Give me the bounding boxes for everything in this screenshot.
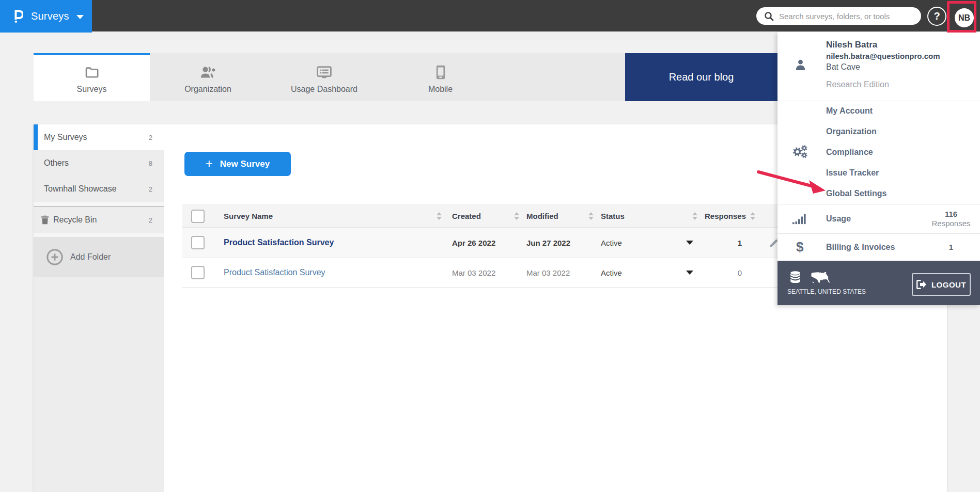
topbar: ? [0,0,980,31]
menu-item-label: Organization [826,127,877,136]
user-org: Bat Cave [826,62,860,72]
user-menu-panel: Nilesh Batra nilesh.batra@questionpro.co… [777,32,980,305]
help-question-icon: ? [934,10,940,22]
usage-bars-icon [792,213,807,225]
created-cell: Mar 03 2022 [452,268,495,277]
column-header: Modified [526,212,558,220]
folder-count: 2 [149,216,152,224]
sidebar-item-my-surveys[interactable]: My Surveys 2 [34,124,164,150]
responses-count[interactable]: 1 [705,239,754,247]
status-value: Active [601,268,622,277]
new-survey-button[interactable]: + New Survey [184,152,291,176]
sort-icon[interactable] [692,212,697,220]
sort-icon[interactable] [514,212,519,220]
logout-icon [916,280,927,289]
menu-item-my-account[interactable]: My Account [777,101,980,121]
folder-count: 8 [149,160,152,167]
tab-label: Usage Dashboard [291,85,357,94]
created-cell: Apr 26 2022 [452,239,495,247]
gears-icon [792,145,808,158]
annotation-highlight-box: NB [947,1,976,33]
chevron-down-icon [76,15,84,19]
responses-count[interactable]: 0 [705,268,754,277]
tab-label: Surveys [77,85,107,94]
search-icon [764,11,774,21]
menu-item-label: Billing & Invoices [826,243,895,252]
help-button[interactable]: ? [927,7,946,26]
status-dropdown-caret[interactable] [686,241,693,245]
survey-name-link[interactable]: Product Satisfaction Survey [224,238,334,247]
menu-item-label: Global Settings [826,189,886,198]
column-header: Survey Name [224,212,273,220]
select-all-checkbox[interactable] [191,210,205,223]
avatar-initials: NB [958,13,970,23]
folder-label: My Surveys [44,133,87,142]
tab-label: Organization [184,85,231,94]
column-header: Responses [705,212,746,220]
database-icon [790,271,801,283]
row-checkbox[interactable] [191,266,205,279]
folder-count: 2 [149,134,152,141]
menu-item-issue-tracker[interactable]: Issue Tracker [777,163,980,183]
folder-count: 2 [149,185,152,193]
person-add-icon [200,66,216,78]
menu-item-usage[interactable]: Usage 116Responses [777,204,980,233]
sidebar-item-townhall-showcase[interactable]: Townhall Showcase 2 [34,176,164,202]
read-blog-banner[interactable]: Read our blog [625,53,777,101]
tab-surveys[interactable]: Surveys [34,53,150,101]
menu-item-billing[interactable]: $ Billing & Invoices 1 [777,233,980,261]
module-tabs: Surveys Organization Usage Dashboard Mob… [34,53,777,101]
menu-item-label: My Account [826,106,873,116]
user-menu-list: My Account Organization Compliance Issue… [777,101,980,204]
survey-name-link[interactable]: Product Satisfaction Survey [224,268,325,277]
column-header: Status [601,212,625,220]
user-profile-block: Nilesh Batra nilesh.batra@questionpro.co… [777,32,980,101]
menu-item-organization[interactable]: Organization [777,121,980,142]
search-box [756,7,921,25]
menu-item-label: Usage [826,214,851,224]
datacenter-location: SEATTLE, UNITED STATES [787,288,866,295]
menu-item-global-settings[interactable]: Global Settings [777,183,980,204]
tab-mobile[interactable]: Mobile [382,53,499,101]
add-folder-button[interactable]: Add Folder [34,237,164,277]
menu-item-label: Compliance [826,148,873,157]
status-value: Active [601,239,622,247]
sidebar-item-recycle-bin[interactable]: Recycle Bin 2 [34,207,164,233]
search-input[interactable] [779,12,908,21]
modified-cell: Mar 03 2022 [526,268,570,277]
plus-circle-icon [46,249,63,265]
product-switcher-button[interactable]: Surveys [0,0,92,33]
logout-label: LOGOUT [931,280,966,289]
user-email: nilesh.batra@questionpro.com [826,52,940,60]
questionpro-logo-icon [14,10,23,23]
status-dropdown-caret[interactable] [686,271,693,275]
product-label: Surveys [31,10,69,22]
sort-icon[interactable] [588,212,594,220]
modified-cell: Jun 27 2022 [526,239,570,247]
sidebar-divider-gap [34,233,164,237]
usage-value: 116 [930,210,972,218]
user-edition: Research Edition [826,80,889,89]
folders-sidebar: My Surveys 2 Others 8 Townhall Showcase … [34,124,164,492]
billing-value: 1 [930,243,972,251]
user-name: Nilesh Batra [826,40,877,50]
avatar[interactable]: NB [955,8,974,27]
trash-icon [41,215,49,225]
person-icon [795,59,806,70]
logout-button[interactable]: LOGOUT [912,273,971,296]
mobile-icon [436,66,445,78]
new-survey-label: New Survey [220,159,270,169]
folder-label: Recycle Bin [53,215,97,225]
sort-icon[interactable] [437,212,442,220]
tab-organization[interactable]: Organization [150,53,266,101]
add-folder-label: Add Folder [70,252,111,262]
row-checkbox[interactable] [191,236,205,249]
sidebar-divider-gap [34,202,164,206]
tab-label: Mobile [428,85,453,94]
tab-usage-dashboard[interactable]: Usage Dashboard [266,53,382,101]
folder-label: Others [44,158,69,168]
menu-item-label: Issue Tracker [826,168,879,178]
sort-icon[interactable] [750,212,755,220]
sidebar-item-others[interactable]: Others 8 [34,150,164,176]
usa-map-icon [811,272,830,283]
